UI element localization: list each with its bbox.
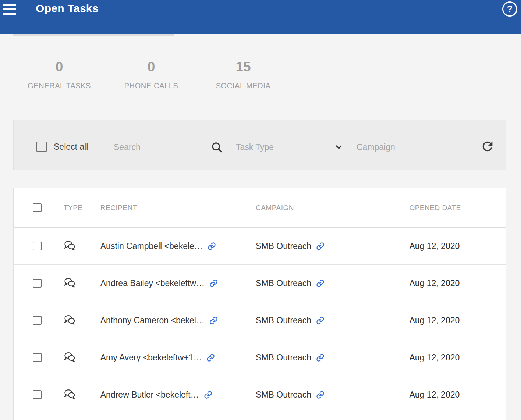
search-placeholder: Search bbox=[114, 139, 226, 155]
opened-date: Aug 12, 2020 bbox=[409, 278, 460, 288]
search-input[interactable]: Search bbox=[114, 139, 226, 158]
opened-date: Aug 12, 2020 bbox=[409, 390, 460, 399]
table-row: Austin Campbell <bekele… SMB Outreach Au… bbox=[14, 228, 506, 265]
stat-value: 0 bbox=[13, 59, 105, 75]
stat-label: SOCIAL MEDIA bbox=[197, 82, 289, 90]
help-glyph: ? bbox=[507, 4, 513, 14]
column-header-recipient: RECIPENT bbox=[100, 204, 256, 212]
header-underlay-strip bbox=[13, 34, 174, 36]
recipient-name: Anthony Cameron <bekel… bbox=[100, 316, 205, 325]
stat-phone-calls: 0 PHONE CALLS bbox=[105, 59, 197, 90]
help-icon[interactable]: ? bbox=[502, 1, 517, 17]
recipient-link-icon[interactable] bbox=[206, 353, 215, 362]
stat-general-tasks: 0 GENERAL TASKS bbox=[13, 59, 105, 90]
recipient-name: Austin Campbell <bekele… bbox=[100, 241, 203, 251]
stat-value: 15 bbox=[197, 59, 289, 75]
task-stats: 0 GENERAL TASKS 0 PHONE CALLS 15 SOCIAL … bbox=[13, 59, 289, 90]
recipient-link-icon[interactable] bbox=[209, 279, 218, 288]
menu-icon[interactable] bbox=[3, 4, 16, 15]
opened-date: Aug 12, 2020 bbox=[409, 241, 460, 251]
app-header: Open Tasks ? bbox=[0, 0, 521, 34]
stat-value: 0 bbox=[105, 59, 197, 75]
page-title: Open Tasks bbox=[36, 2, 99, 15]
refresh-icon[interactable] bbox=[480, 139, 495, 154]
recipient-name: Amy Avery <bekeleftw+1… bbox=[100, 353, 202, 363]
table-row: Amy Avery <bekeleftw+1… SMB Outreach Aug… bbox=[14, 339, 506, 376]
social-media-task-icon bbox=[64, 352, 75, 362]
opened-date: Aug 12, 2020 bbox=[409, 353, 460, 362]
column-header-campaign: CAMPAIGN bbox=[256, 204, 409, 212]
table-body: Austin Campbell <bekele… SMB Outreach Au… bbox=[14, 228, 506, 413]
open-tasks-table: TYPE RECIPENT CAMPAIGN OPENED DATE Austi… bbox=[13, 188, 506, 420]
row-checkbox[interactable] bbox=[33, 316, 42, 325]
campaign-link-icon[interactable] bbox=[316, 242, 325, 250]
column-header-type: TYPE bbox=[50, 204, 100, 212]
campaign-name: SMB Outreach bbox=[256, 278, 311, 288]
recipient-link-icon[interactable] bbox=[208, 242, 216, 250]
table-row: Andrew Butler <bekeleft… SMB Outreach Au… bbox=[14, 376, 506, 413]
campaign-name: SMB Outreach bbox=[256, 390, 311, 400]
campaign-input[interactable]: Campaign bbox=[357, 139, 467, 158]
select-all-label: Select all bbox=[54, 142, 88, 152]
campaign-name: SMB Outreach bbox=[256, 241, 311, 251]
table-row: Andrea Bailey <bekeleftw… SMB Outreach A… bbox=[14, 265, 506, 302]
table-row: Anthony Cameron <bekel… SMB Outreach Aug… bbox=[14, 302, 506, 339]
social-media-task-icon bbox=[64, 314, 75, 325]
campaign-link-icon[interactable] bbox=[316, 279, 325, 288]
column-header-opened-date: OPENED DATE bbox=[409, 204, 506, 212]
recipient-name: Andrea Bailey <bekeleftw… bbox=[100, 278, 205, 288]
recipient-link-icon[interactable] bbox=[204, 391, 212, 399]
campaign-name: SMB Outreach bbox=[256, 316, 311, 325]
social-media-task-icon bbox=[64, 240, 75, 251]
table-header-row: TYPE RECIPENT CAMPAIGN OPENED DATE bbox=[14, 188, 506, 228]
row-checkbox[interactable] bbox=[33, 353, 42, 362]
chevron-down-icon bbox=[334, 143, 343, 152]
select-all-checkbox[interactable] bbox=[36, 142, 47, 152]
search-icon bbox=[211, 141, 223, 155]
stat-label: PHONE CALLS bbox=[105, 82, 197, 90]
social-media-task-icon bbox=[64, 389, 75, 399]
row-checkbox[interactable] bbox=[33, 279, 42, 288]
select-all: Select all bbox=[36, 142, 88, 152]
campaign-link-icon[interactable] bbox=[316, 316, 325, 325]
social-media-task-icon bbox=[64, 277, 75, 288]
row-checkbox[interactable] bbox=[33, 242, 42, 250]
recipient-name: Andrew Butler <bekeleft… bbox=[100, 390, 199, 400]
recipient-link-icon[interactable] bbox=[209, 316, 218, 325]
task-type-placeholder: Task Type bbox=[236, 139, 345, 155]
campaign-link-icon[interactable] bbox=[316, 353, 325, 362]
campaign-placeholder: Campaign bbox=[357, 139, 467, 155]
stat-social-media: 15 SOCIAL MEDIA bbox=[197, 59, 289, 90]
row-checkbox[interactable] bbox=[33, 390, 42, 399]
task-type-select[interactable]: Task Type bbox=[236, 139, 345, 158]
stat-label: GENERAL TASKS bbox=[13, 82, 105, 90]
campaign-link-icon[interactable] bbox=[316, 391, 325, 399]
campaign-name: SMB Outreach bbox=[256, 353, 311, 363]
opened-date: Aug 12, 2020 bbox=[409, 316, 460, 325]
filter-bar: Select all Search Task Type Campaign bbox=[13, 120, 506, 170]
header-select-checkbox[interactable] bbox=[33, 203, 42, 212]
